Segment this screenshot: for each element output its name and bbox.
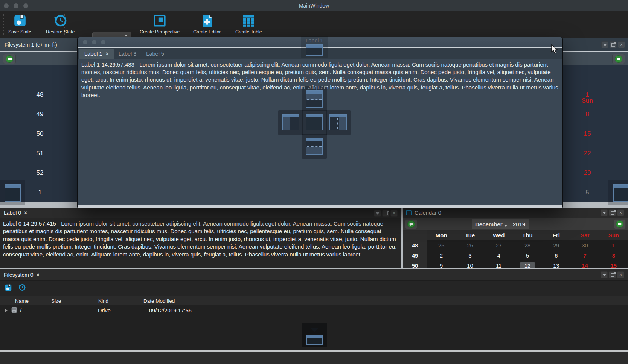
dock-close-button[interactable]: × (617, 271, 624, 278)
close-tab-icon[interactable]: × (106, 51, 109, 56)
fs-save-button[interactable] (5, 284, 12, 293)
tab-label0[interactable]: Label 0 × (0, 208, 31, 218)
next-month-button[interactable] (614, 219, 626, 229)
minimize-window-button[interactable] (92, 40, 96, 44)
calendar-day[interactable]: 10 (456, 261, 484, 268)
next-month-button[interactable] (612, 54, 625, 64)
column-header[interactable]: Size (48, 298, 95, 304)
zoom-window-button[interactable] (23, 3, 28, 8)
top-dock-buttons: × (601, 41, 625, 48)
dock-detach-button[interactable] (382, 210, 389, 217)
big-calendar-week-column: 48495051521 (29, 85, 50, 202)
calendar-day[interactable]: 6 (542, 250, 570, 261)
restore-state-button[interactable]: Restore State (46, 13, 75, 35)
create-editor-label: Create Editor (193, 29, 221, 35)
dock-close-button[interactable]: × (618, 41, 625, 48)
close-tab-icon[interactable]: × (37, 272, 40, 278)
dock-menu-button[interactable] (601, 209, 608, 216)
drop-indicator-right[interactable] (329, 114, 347, 130)
create-editor-button[interactable]: Create Editor (193, 13, 221, 35)
prev-month-button[interactable] (405, 219, 417, 229)
tab-label3-label: Label 3 (119, 51, 137, 57)
tab-filesystem1-label: Filesystem 1 (c+ m- f-) (5, 42, 57, 48)
table-row[interactable]: /--Drive09/12/2019 17:56 (0, 305, 628, 315)
arrow-left-icon (407, 220, 415, 228)
drop-indicator-top[interactable] (306, 90, 323, 108)
drop-indicator-center[interactable] (306, 114, 323, 130)
prev-month-button[interactable] (3, 54, 16, 64)
calendar-day[interactable]: 5 (575, 183, 599, 202)
day-header: Mon (427, 230, 456, 240)
mouse-cursor (550, 44, 559, 56)
week-number: 1 (29, 183, 50, 202)
minimize-window-button[interactable] (14, 3, 18, 8)
calendar-day[interactable]: 7 (570, 250, 599, 261)
toolbar-handle[interactable] (3, 14, 4, 35)
close-window-button[interactable] (4, 3, 9, 8)
month-dropdown[interactable]: December (472, 219, 511, 229)
calendar-day[interactable]: 8 (599, 250, 628, 261)
drop-indicator-outer-right[interactable] (613, 184, 628, 202)
dock-detach-button[interactable] (610, 41, 617, 48)
dock-menu-button[interactable] (601, 271, 608, 278)
disclosure-triangle-icon[interactable] (5, 308, 8, 313)
calendar-day[interactable]: 28 (513, 240, 542, 250)
tab-filesystem1[interactable]: Filesystem 1 (c+ m- f-) (0, 38, 78, 51)
dock-detach-button[interactable] (609, 209, 616, 216)
close-tab-icon[interactable]: × (24, 210, 27, 215)
dock-menu-button[interactable] (374, 210, 381, 217)
drop-indicator-outer-left[interactable] (5, 184, 21, 202)
chevron-down-icon (602, 274, 606, 276)
drop-indicator-outer-bottom[interactable] (306, 335, 323, 345)
calendar-day[interactable]: 9 (427, 261, 456, 268)
calendar-day[interactable]: 27 (485, 240, 513, 250)
column-header[interactable]: Date Modified (140, 298, 626, 304)
calendar-day[interactable]: 1 (575, 85, 599, 105)
calendar-day[interactable]: 4 (485, 250, 513, 261)
calendar-day[interactable]: 22 (575, 144, 599, 163)
calendar-day[interactable]: 25 (427, 240, 456, 250)
calendar-day[interactable]: 1 (599, 240, 628, 250)
calendar-day[interactable]: 15 (599, 261, 628, 268)
create-perspective-button[interactable]: Create Perspective (140, 13, 180, 35)
tab-label1[interactable]: Label 1 × (79, 49, 114, 59)
calendar-day[interactable]: 8 (575, 105, 599, 124)
calendar-day[interactable]: 15 (575, 124, 599, 144)
tab-filesystem0[interactable]: Filesystem 0 × (0, 269, 43, 280)
calendar-day[interactable]: 3 (456, 250, 484, 261)
calendar-day[interactable]: 5 (513, 250, 542, 261)
calendar-day[interactable]: 11 (485, 261, 513, 268)
drop-indicator-bottom[interactable] (306, 138, 323, 155)
label0-content: Label 0 14:29:57:415 - Lorem ipsum dolor… (0, 218, 401, 268)
calendar-day[interactable]: 12 (513, 261, 542, 268)
create-table-button[interactable]: Create Table (235, 13, 262, 35)
calendar-day[interactable]: 30 (570, 240, 599, 250)
dock-close-button[interactable]: × (390, 210, 398, 217)
calendar-day[interactable]: 13 (542, 261, 570, 268)
week-number: 50 (403, 261, 427, 268)
table-icon (242, 13, 255, 29)
zoom-window-button[interactable] (101, 40, 105, 44)
calendar-day[interactable]: 29 (575, 163, 599, 183)
window-titlebar: MainWindow (0, 0, 628, 11)
year-button[interactable]: 2019 (509, 219, 529, 229)
save-state-button[interactable]: Save State (8, 13, 31, 35)
week-number: 52 (29, 163, 50, 183)
drop-indicator-outer-top[interactable] (306, 44, 323, 56)
fs-restore-button[interactable] (18, 284, 26, 293)
calendar-day[interactable]: 29 (542, 240, 570, 250)
calendar-day[interactable]: 2 (427, 250, 456, 261)
drop-indicator-left[interactable] (282, 114, 299, 130)
calendar-day[interactable]: 26 (456, 240, 484, 250)
dock-menu-button[interactable] (601, 41, 608, 48)
tab-label3[interactable]: Label 3 (114, 49, 142, 59)
tab-label5[interactable]: Label 5 (141, 49, 169, 59)
detach-icon (611, 211, 614, 215)
floating-window-bottom-edge[interactable] (78, 205, 562, 208)
dock-close-button[interactable]: × (617, 209, 624, 216)
close-window-button[interactable] (83, 40, 87, 44)
dock-detach-button[interactable] (609, 271, 616, 278)
calendar-day[interactable]: 14 (570, 261, 599, 268)
column-header[interactable]: Kind (95, 298, 140, 304)
column-header[interactable]: Name (0, 298, 48, 304)
